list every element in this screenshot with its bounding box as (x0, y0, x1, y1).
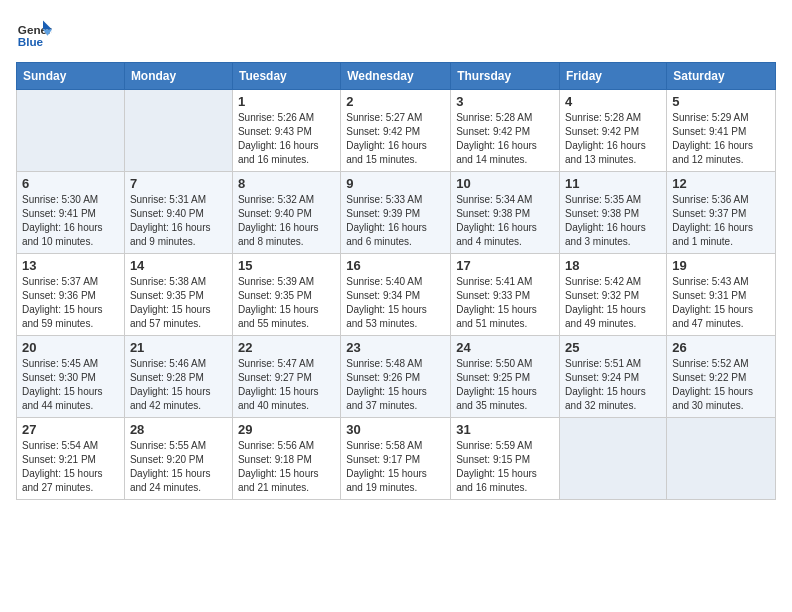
day-header-saturday: Saturday (667, 63, 776, 90)
day-info: Sunrise: 5:42 AM Sunset: 9:32 PM Dayligh… (565, 275, 661, 331)
calendar-cell: 2Sunrise: 5:27 AM Sunset: 9:42 PM Daylig… (341, 90, 451, 172)
day-number: 10 (456, 176, 554, 191)
day-number: 5 (672, 94, 770, 109)
day-number: 12 (672, 176, 770, 191)
calendar-cell (667, 418, 776, 500)
day-info: Sunrise: 5:59 AM Sunset: 9:15 PM Dayligh… (456, 439, 554, 495)
calendar-cell: 4Sunrise: 5:28 AM Sunset: 9:42 PM Daylig… (560, 90, 667, 172)
day-number: 21 (130, 340, 227, 355)
day-number: 11 (565, 176, 661, 191)
calendar-cell: 5Sunrise: 5:29 AM Sunset: 9:41 PM Daylig… (667, 90, 776, 172)
day-number: 25 (565, 340, 661, 355)
header-area: General Blue (16, 16, 776, 52)
day-info: Sunrise: 5:41 AM Sunset: 9:33 PM Dayligh… (456, 275, 554, 331)
day-info: Sunrise: 5:54 AM Sunset: 9:21 PM Dayligh… (22, 439, 119, 495)
day-info: Sunrise: 5:38 AM Sunset: 9:35 PM Dayligh… (130, 275, 227, 331)
week-row-3: 13Sunrise: 5:37 AM Sunset: 9:36 PM Dayli… (17, 254, 776, 336)
day-number: 29 (238, 422, 335, 437)
day-number: 23 (346, 340, 445, 355)
day-number: 22 (238, 340, 335, 355)
day-number: 18 (565, 258, 661, 273)
calendar-cell: 3Sunrise: 5:28 AM Sunset: 9:42 PM Daylig… (451, 90, 560, 172)
calendar-cell: 11Sunrise: 5:35 AM Sunset: 9:38 PM Dayli… (560, 172, 667, 254)
day-info: Sunrise: 5:58 AM Sunset: 9:17 PM Dayligh… (346, 439, 445, 495)
day-number: 31 (456, 422, 554, 437)
day-info: Sunrise: 5:30 AM Sunset: 9:41 PM Dayligh… (22, 193, 119, 249)
calendar-cell: 14Sunrise: 5:38 AM Sunset: 9:35 PM Dayli… (124, 254, 232, 336)
day-header-monday: Monday (124, 63, 232, 90)
day-number: 16 (346, 258, 445, 273)
day-info: Sunrise: 5:29 AM Sunset: 9:41 PM Dayligh… (672, 111, 770, 167)
calendar-cell: 23Sunrise: 5:48 AM Sunset: 9:26 PM Dayli… (341, 336, 451, 418)
calendar-cell: 21Sunrise: 5:46 AM Sunset: 9:28 PM Dayli… (124, 336, 232, 418)
week-row-5: 27Sunrise: 5:54 AM Sunset: 9:21 PM Dayli… (17, 418, 776, 500)
day-info: Sunrise: 5:46 AM Sunset: 9:28 PM Dayligh… (130, 357, 227, 413)
day-header-thursday: Thursday (451, 63, 560, 90)
calendar-cell: 1Sunrise: 5:26 AM Sunset: 9:43 PM Daylig… (232, 90, 340, 172)
day-number: 14 (130, 258, 227, 273)
week-row-1: 1Sunrise: 5:26 AM Sunset: 9:43 PM Daylig… (17, 90, 776, 172)
calendar-cell: 19Sunrise: 5:43 AM Sunset: 9:31 PM Dayli… (667, 254, 776, 336)
calendar-cell: 13Sunrise: 5:37 AM Sunset: 9:36 PM Dayli… (17, 254, 125, 336)
day-info: Sunrise: 5:28 AM Sunset: 9:42 PM Dayligh… (565, 111, 661, 167)
calendar-cell: 22Sunrise: 5:47 AM Sunset: 9:27 PM Dayli… (232, 336, 340, 418)
day-number: 28 (130, 422, 227, 437)
day-info: Sunrise: 5:26 AM Sunset: 9:43 PM Dayligh… (238, 111, 335, 167)
day-number: 20 (22, 340, 119, 355)
calendar-cell: 31Sunrise: 5:59 AM Sunset: 9:15 PM Dayli… (451, 418, 560, 500)
day-header-sunday: Sunday (17, 63, 125, 90)
day-info: Sunrise: 5:37 AM Sunset: 9:36 PM Dayligh… (22, 275, 119, 331)
day-header-tuesday: Tuesday (232, 63, 340, 90)
day-info: Sunrise: 5:47 AM Sunset: 9:27 PM Dayligh… (238, 357, 335, 413)
day-header-friday: Friday (560, 63, 667, 90)
calendar-cell: 24Sunrise: 5:50 AM Sunset: 9:25 PM Dayli… (451, 336, 560, 418)
calendar-cell: 9Sunrise: 5:33 AM Sunset: 9:39 PM Daylig… (341, 172, 451, 254)
day-info: Sunrise: 5:27 AM Sunset: 9:42 PM Dayligh… (346, 111, 445, 167)
day-info: Sunrise: 5:56 AM Sunset: 9:18 PM Dayligh… (238, 439, 335, 495)
calendar-cell: 17Sunrise: 5:41 AM Sunset: 9:33 PM Dayli… (451, 254, 560, 336)
day-number: 24 (456, 340, 554, 355)
calendar-table: SundayMondayTuesdayWednesdayThursdayFrid… (16, 62, 776, 500)
calendar-cell (560, 418, 667, 500)
day-number: 8 (238, 176, 335, 191)
calendar-cell: 6Sunrise: 5:30 AM Sunset: 9:41 PM Daylig… (17, 172, 125, 254)
day-info: Sunrise: 5:36 AM Sunset: 9:37 PM Dayligh… (672, 193, 770, 249)
logo-icon: General Blue (16, 16, 52, 52)
logo: General Blue (16, 16, 56, 52)
calendar-cell: 20Sunrise: 5:45 AM Sunset: 9:30 PM Dayli… (17, 336, 125, 418)
day-info: Sunrise: 5:40 AM Sunset: 9:34 PM Dayligh… (346, 275, 445, 331)
calendar-cell: 10Sunrise: 5:34 AM Sunset: 9:38 PM Dayli… (451, 172, 560, 254)
day-number: 6 (22, 176, 119, 191)
day-number: 7 (130, 176, 227, 191)
week-row-2: 6Sunrise: 5:30 AM Sunset: 9:41 PM Daylig… (17, 172, 776, 254)
day-info: Sunrise: 5:33 AM Sunset: 9:39 PM Dayligh… (346, 193, 445, 249)
calendar-cell (124, 90, 232, 172)
calendar-cell: 29Sunrise: 5:56 AM Sunset: 9:18 PM Dayli… (232, 418, 340, 500)
day-number: 17 (456, 258, 554, 273)
day-header-wednesday: Wednesday (341, 63, 451, 90)
day-number: 9 (346, 176, 445, 191)
day-info: Sunrise: 5:45 AM Sunset: 9:30 PM Dayligh… (22, 357, 119, 413)
day-info: Sunrise: 5:28 AM Sunset: 9:42 PM Dayligh… (456, 111, 554, 167)
svg-text:Blue: Blue (18, 35, 44, 48)
calendar-cell: 18Sunrise: 5:42 AM Sunset: 9:32 PM Dayli… (560, 254, 667, 336)
day-number: 27 (22, 422, 119, 437)
calendar-cell: 28Sunrise: 5:55 AM Sunset: 9:20 PM Dayli… (124, 418, 232, 500)
day-number: 26 (672, 340, 770, 355)
day-info: Sunrise: 5:39 AM Sunset: 9:35 PM Dayligh… (238, 275, 335, 331)
calendar-cell: 8Sunrise: 5:32 AM Sunset: 9:40 PM Daylig… (232, 172, 340, 254)
day-info: Sunrise: 5:31 AM Sunset: 9:40 PM Dayligh… (130, 193, 227, 249)
calendar-cell: 26Sunrise: 5:52 AM Sunset: 9:22 PM Dayli… (667, 336, 776, 418)
day-number: 1 (238, 94, 335, 109)
calendar-cell: 30Sunrise: 5:58 AM Sunset: 9:17 PM Dayli… (341, 418, 451, 500)
day-info: Sunrise: 5:35 AM Sunset: 9:38 PM Dayligh… (565, 193, 661, 249)
day-info: Sunrise: 5:32 AM Sunset: 9:40 PM Dayligh… (238, 193, 335, 249)
calendar-cell: 16Sunrise: 5:40 AM Sunset: 9:34 PM Dayli… (341, 254, 451, 336)
day-number: 15 (238, 258, 335, 273)
calendar-cell: 7Sunrise: 5:31 AM Sunset: 9:40 PM Daylig… (124, 172, 232, 254)
day-info: Sunrise: 5:52 AM Sunset: 9:22 PM Dayligh… (672, 357, 770, 413)
day-info: Sunrise: 5:55 AM Sunset: 9:20 PM Dayligh… (130, 439, 227, 495)
calendar-cell: 27Sunrise: 5:54 AM Sunset: 9:21 PM Dayli… (17, 418, 125, 500)
day-number: 2 (346, 94, 445, 109)
calendar-cell: 25Sunrise: 5:51 AM Sunset: 9:24 PM Dayli… (560, 336, 667, 418)
